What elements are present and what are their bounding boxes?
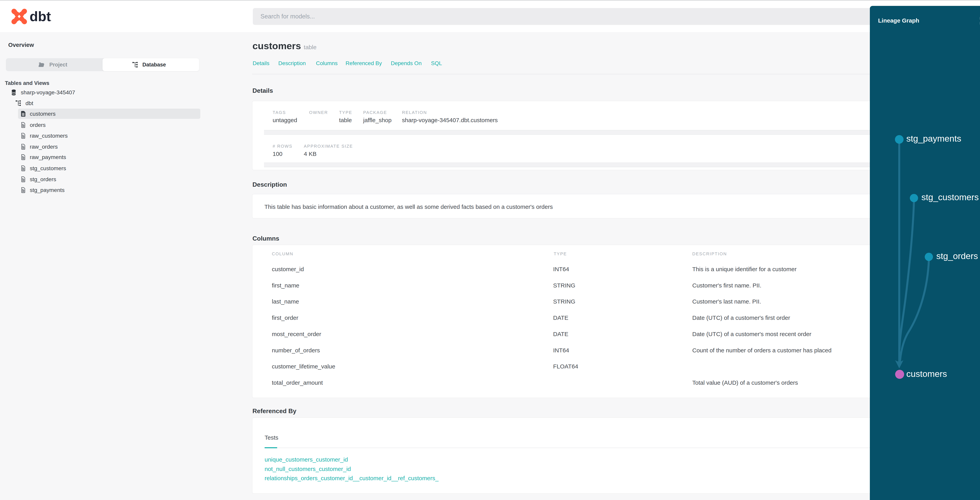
- svg-text:stg_orders: stg_orders: [936, 251, 978, 261]
- svg-text:customers: customers: [906, 369, 947, 379]
- svg-text:stg_customers: stg_customers: [921, 192, 979, 202]
- svg-text:stg_payments: stg_payments: [906, 134, 961, 143]
